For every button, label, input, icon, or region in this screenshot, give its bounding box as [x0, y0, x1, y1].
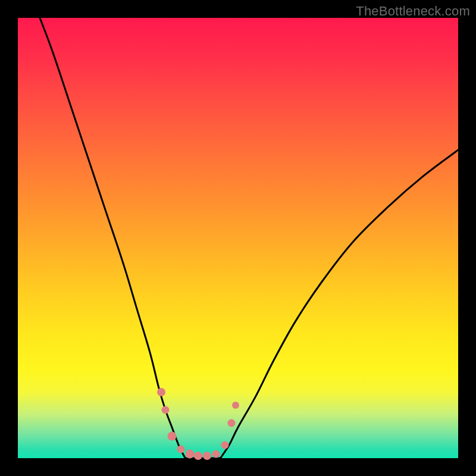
data-marker [157, 388, 165, 396]
data-marker [161, 406, 169, 414]
watermark-text: TheBottleneck.com [356, 4, 470, 19]
data-marker [232, 402, 239, 409]
data-marker [185, 449, 194, 458]
data-marker [177, 446, 184, 453]
data-marker [227, 419, 235, 427]
data-marker [203, 452, 211, 460]
data-marker [221, 441, 228, 449]
markers-layer [18, 18, 458, 458]
data-marker [212, 450, 220, 458]
data-marker [168, 432, 177, 441]
data-marker [194, 452, 202, 460]
plot-area [18, 18, 458, 458]
chart-frame: TheBottleneck.com [0, 0, 476, 476]
